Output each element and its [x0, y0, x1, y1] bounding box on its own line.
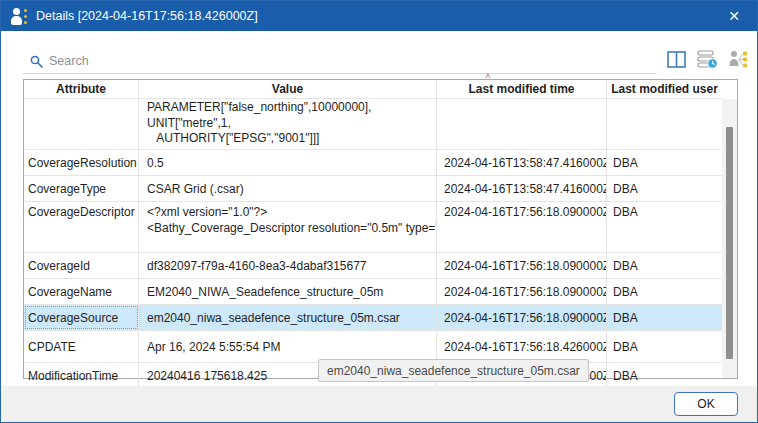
cell-modified-time: 2024-04-16T17:56:18.090000Z — [437, 253, 607, 278]
cell-modified-user: DBA — [607, 363, 722, 388]
titlebar[interactable]: Details [2024-04-16T17:56:18.426000Z] ✕ — [1, 1, 757, 31]
close-icon: ✕ — [728, 8, 740, 24]
cell-modified-user: DBA — [607, 331, 722, 362]
cell-attribute: CoverageType — [24, 176, 139, 201]
table-row-coverageresolution[interactable]: CoverageResolution 0.5 2024-04-16T13:58:… — [24, 150, 737, 176]
cell-value: PARAMETER["false_northing",10000000], UN… — [139, 99, 437, 149]
table-row-coverageid[interactable]: CoverageId df382097-f79a-4160-8ea3-4daba… — [24, 253, 737, 279]
table-header: Attribute Value ^ Last modified time Las… — [24, 80, 737, 99]
scrollbar-thumb[interactable] — [726, 127, 733, 359]
person-nodes-icon — [728, 50, 748, 69]
app-icon — [10, 7, 28, 25]
sort-ascending-icon: ^ — [486, 74, 491, 84]
cell-attribute: CoverageDescriptor — [24, 202, 139, 252]
cell-modified-user: DBA — [607, 279, 722, 304]
history-button[interactable] — [695, 47, 719, 71]
header-value[interactable]: Value — [139, 80, 437, 99]
cell-attribute — [24, 99, 139, 149]
ok-button[interactable]: OK — [674, 392, 738, 416]
header-last-modified-time-label: Last modified time — [468, 82, 574, 96]
cell-attribute: ModificationTime — [24, 363, 139, 388]
table-row-partial[interactable]: PARAMETER["false_northing",10000000], UN… — [24, 99, 737, 150]
cell-value: Apr 16, 2024 5:55:54 PM — [139, 331, 437, 362]
cell-modified-user: DBA — [607, 253, 722, 278]
table-row-coveragesource-selected[interactable]: CoverageSource em2040_niwa_seadefence_st… — [24, 305, 737, 331]
dialog-content: Attribute Value ^ Last modified time Las… — [1, 31, 757, 386]
cell-modified-time: 2024-04-16T13:58:47.416000Z — [437, 176, 607, 201]
window-title: Details [2024-04-16T17:56:18.426000Z] — [36, 9, 258, 23]
cell-value: df382097-f79a-4160-8ea3-4dabaf315677 — [139, 253, 437, 278]
cell-attribute: CPDATE — [24, 331, 139, 362]
button-bar: OK — [1, 386, 757, 422]
cell-value: 0.5 — [139, 150, 437, 175]
cell-attribute: CoverageResolution — [24, 150, 139, 175]
header-last-modified-time[interactable]: ^ Last modified time — [437, 80, 607, 99]
cell-modified-time: 2024-04-16T13:58:47.416000Z — [437, 150, 607, 175]
search-input[interactable] — [23, 49, 656, 73]
toggle-columns-button[interactable] — [664, 47, 688, 71]
cell-modified-user: DBA — [607, 202, 722, 252]
cell-value: <?xml version="1.0"?> <Bathy_Coverage_De… — [139, 202, 437, 252]
cell-modified-user: DBA — [607, 176, 722, 201]
cell-modified-user — [607, 99, 722, 149]
header-last-modified-user[interactable]: Last modified user — [607, 80, 722, 99]
cell-value: EM2040_NIWA_Seadefence_structure_05m — [139, 279, 437, 304]
cell-modified-time: 2024-04-16T17:56:18.426000Z — [437, 331, 607, 362]
columns-icon — [667, 51, 686, 68]
vertical-scrollbar[interactable] — [722, 99, 737, 378]
cell-modified-time: 2024-04-16T17:56:18.090000Z — [437, 279, 607, 304]
cell-modified-time: 2024-04-16T17:56:18.090000Z — [437, 202, 607, 252]
table-row-coveragetype[interactable]: CoverageType CSAR Grid (.csar) 2024-04-1… — [24, 176, 737, 202]
table-row-coveragename[interactable]: CoverageName EM2040_NIWA_Seadefence_stru… — [24, 279, 737, 305]
table-row-coveragedescriptor[interactable]: CoverageDescriptor <?xml version="1.0"?>… — [24, 202, 737, 253]
cell-value: CSAR Grid (.csar) — [139, 176, 437, 201]
cell-attribute: CoverageSource — [24, 305, 139, 330]
details-dialog: Details [2024-04-16T17:56:18.426000Z] ✕ — [0, 0, 758, 423]
attributes-table: Attribute Value ^ Last modified time Las… — [23, 79, 738, 379]
header-attribute[interactable]: Attribute — [24, 80, 139, 99]
cell-modified-user: DBA — [607, 150, 722, 175]
cell-value: em2040_niwa_seadefence_structure_05m.csa… — [139, 305, 437, 330]
cell-attribute: CoverageName — [24, 279, 139, 304]
search-field — [23, 49, 656, 74]
cell-modified-time: 2024-04-16T17:56:18.090000Z — [437, 305, 607, 330]
cell-modified-user: DBA — [607, 305, 722, 330]
stack-clock-icon — [697, 50, 718, 69]
cell-modified-time — [437, 99, 607, 149]
grouping-button[interactable] — [726, 47, 750, 71]
cell-attribute: CoverageId — [24, 253, 139, 278]
cell-tooltip: em2040_niwa_seadefence_structure_05m.csa… — [318, 359, 589, 382]
close-button[interactable]: ✕ — [711, 1, 757, 31]
